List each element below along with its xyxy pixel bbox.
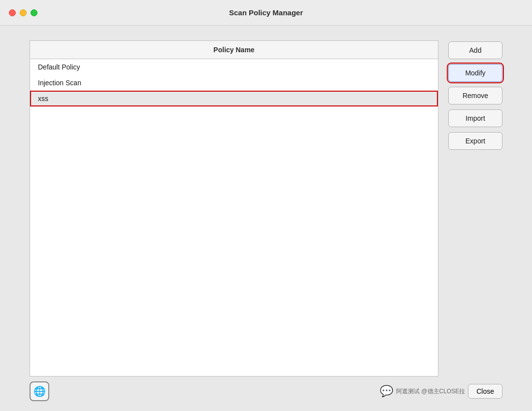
- table-row[interactable]: Injection Scan: [30, 75, 438, 91]
- window-title: Scan Policy Manager: [229, 8, 303, 17]
- watermark-label: 阿遮测试 @德主CLOSE拉: [396, 387, 465, 396]
- table-row[interactable]: Default Policy: [30, 59, 438, 75]
- add-button[interactable]: Add: [448, 41, 502, 59]
- footer-left: 🌐: [30, 381, 49, 401]
- policy-name-cell: xss: [38, 95, 48, 103]
- export-button[interactable]: Export: [448, 132, 502, 150]
- table-body: Default Policy Injection Scan xss: [30, 59, 438, 376]
- close-window-button[interactable]: [9, 9, 16, 16]
- title-bar: Scan Policy Manager: [0, 0, 532, 26]
- footer-right: 💬 阿遮测试 @德主CLOSE拉 Close: [380, 384, 502, 399]
- policy-table: Policy Name Default Policy Injection Sca…: [30, 40, 438, 377]
- modify-button[interactable]: Modify: [448, 64, 502, 82]
- action-buttons: Add Modify Remove Import Export: [448, 40, 502, 377]
- footer-bar: 🌐 💬 阿遮测试 @德主CLOSE拉 Close: [30, 381, 502, 411]
- policy-name-cell: Default Policy: [38, 63, 80, 71]
- minimize-window-button[interactable]: [20, 9, 27, 16]
- globe-icon: 🌐: [33, 385, 46, 397]
- table-row-selected[interactable]: xss: [30, 91, 438, 106]
- main-content: Policy Name Default Policy Injection Sca…: [30, 40, 502, 377]
- window-controls: [9, 9, 37, 16]
- import-button[interactable]: Import: [448, 109, 502, 127]
- wechat-icon: 💬: [380, 385, 393, 398]
- table-column-header: Policy Name: [30, 41, 438, 59]
- remove-button[interactable]: Remove: [448, 87, 502, 104]
- globe-icon-button[interactable]: 🌐: [30, 381, 49, 401]
- policy-name-cell: Injection Scan: [38, 79, 81, 87]
- close-button[interactable]: Close: [468, 384, 502, 399]
- maximize-window-button[interactable]: [31, 9, 37, 16]
